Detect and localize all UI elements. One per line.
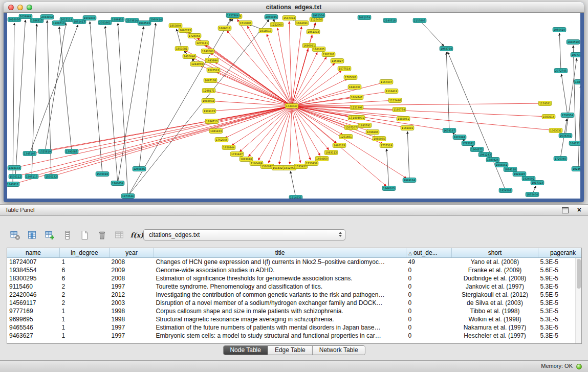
network-node[interactable]: 2140518 [383, 18, 397, 23]
network-node[interactable]: 1505132 [45, 174, 58, 179]
network-node[interactable]: 1298171 [202, 89, 215, 93]
network-node[interactable]: 2103814 [125, 18, 139, 23]
table-row[interactable]: 946362711997Embryonic stem cells: a mode… [7, 332, 582, 340]
network-node[interactable]: 1604747 [350, 95, 363, 100]
network-node[interactable]: 2050410 [553, 28, 566, 32]
network-node[interactable]: 1924501 [499, 188, 512, 193]
network-node[interactable]: 1505112 [9, 174, 22, 179]
network-node[interactable]: 1905113 [25, 174, 38, 179]
network-view[interactable]: 1853804166021217260581275141114208014439… [7, 13, 580, 199]
network-node[interactable]: 1381201 [322, 52, 335, 57]
network-node[interactable]: 1961304 [312, 13, 325, 18]
network-node[interactable]: 1577514 [338, 67, 351, 71]
column-header-year[interactable]: year [110, 248, 154, 258]
column-header-name[interactable]: name [7, 248, 60, 258]
column-header-title[interactable]: title [154, 248, 406, 258]
network-node[interactable]: 1730554 [561, 113, 574, 118]
column-header-out_degree[interactable]: △out_de... [406, 248, 452, 258]
network-node[interactable]: 1345103 [23, 151, 36, 156]
network-node[interactable]: 1880426 [486, 158, 499, 162]
network-node[interactable]: 2081074 [358, 15, 371, 20]
table-row[interactable]: 1830029562008Estimation of significance … [7, 274, 582, 282]
close-window-button[interactable] [8, 5, 14, 10]
network-node[interactable]: 1922445 [513, 172, 526, 177]
network-node[interactable]: 1618013 [259, 29, 272, 33]
network-node[interactable]: 1485951 [397, 117, 410, 121]
network-node[interactable]: 1853804 [169, 24, 182, 28]
network-node[interactable]: 1966103 [382, 186, 396, 191]
network-node[interactable]: 2072745 [554, 69, 568, 73]
float-panel-icon[interactable] [562, 207, 569, 213]
tab-node-table[interactable]: Node Table [223, 346, 268, 355]
network-node[interactable]: 1253439 [305, 161, 318, 166]
network-node[interactable]: 1666013 [218, 26, 231, 31]
network-node[interactable]: 1486133 [333, 143, 346, 148]
network-node[interactable]: 1895791 [358, 123, 372, 128]
network-node[interactable]: 1762544 [215, 138, 228, 142]
network-node[interactable]: 1275141 [195, 41, 209, 46]
network-node[interactable]: 1115446 [388, 98, 402, 103]
close-panel-icon[interactable]: × [577, 206, 581, 214]
table-row[interactable]: 977716911998Corpus callosum shape and si… [7, 307, 582, 315]
network-node[interactable]: 1266836 [133, 167, 146, 171]
network-node[interactable]: 1343811 [7, 182, 19, 187]
network-node[interactable]: 1679197 [443, 128, 456, 133]
network-node[interactable]: 1142080 [201, 49, 214, 54]
network-node[interactable]: 1083914 [542, 115, 555, 119]
network-node[interactable]: 1835404 [526, 192, 539, 197]
network-node[interactable]: 1244059 [190, 62, 204, 67]
network-node[interactable]: 2153805 [413, 18, 426, 23]
network-node[interactable]: 2066945 [265, 15, 278, 19]
import-table-button[interactable] [113, 229, 126, 242]
network-node[interactable]: 1857304 [226, 13, 239, 18]
network-node[interactable]: 1917323 [531, 181, 544, 185]
network-node[interactable]: 1785083 [344, 75, 357, 80]
network-node[interactable]: 1904375 [470, 147, 484, 152]
narrow-table-button[interactable] [60, 229, 74, 242]
table-row[interactable]: 1872400712008Changes of HCN gene express… [7, 258, 582, 267]
vertical-scrollbar[interactable] [575, 258, 581, 343]
network-node[interactable]: 1650344 [222, 145, 235, 150]
network-node[interactable]: 1443994 [205, 58, 219, 63]
network-node[interactable]: 1641211 [569, 141, 580, 146]
network-node[interactable]: 2026964 [19, 14, 32, 19]
network-node[interactable]: 1096993 [366, 130, 379, 135]
network-node[interactable]: 1968794 [440, 47, 453, 51]
table-row[interactable]: 2242004622012Investigating the contribut… [7, 291, 582, 299]
table-source-dropdown[interactable]: citations_edges.txt [143, 229, 345, 240]
network-node[interactable]: 1494901 [352, 116, 365, 120]
network-node[interactable]: 1222060 [270, 23, 284, 27]
network-node[interactable]: 2051661 [98, 20, 112, 25]
network-node[interactable]: 1260654 [111, 181, 124, 186]
network-node[interactable]: 1063031 [549, 128, 562, 133]
network-node[interactable]: 1886213 [574, 80, 580, 84]
network-node[interactable]: 1961393 [307, 30, 320, 34]
network-node[interactable]: 1085935 [373, 137, 386, 141]
window-titlebar[interactable]: citations_edges.txt [4, 2, 584, 13]
network-node[interactable]: 2060414 [149, 17, 163, 22]
network-node[interactable]: 1664091 [295, 21, 309, 26]
network-node[interactable]: 1309172 [203, 109, 216, 114]
column-header-short[interactable]: short [452, 248, 538, 258]
network-node[interactable]: 1941243 [478, 152, 492, 157]
table-row[interactable]: 911546021997Tourette syndrome. Phenomeno… [7, 282, 582, 291]
zoom-window-button[interactable] [27, 5, 32, 10]
table-row[interactable]: 969969511998Structural magnetic resonanc… [7, 315, 582, 323]
network-node[interactable]: 1821862 [453, 135, 466, 140]
network-node[interactable]: 1251481 [339, 135, 353, 139]
network-node[interactable]: 1083002 [202, 99, 215, 103]
network-node[interactable]: 1660212 [179, 28, 192, 33]
network-node[interactable]: 2012114 [60, 17, 73, 22]
network-node[interactable]: 1731447 [230, 152, 244, 157]
network-node[interactable]: 1724047 [285, 104, 298, 108]
network-node[interactable]: 1924511 [572, 167, 580, 171]
delete-button[interactable] [95, 229, 109, 242]
network-node[interactable]: 1785091 [462, 141, 475, 146]
network-node[interactable]: 1227512 [207, 68, 220, 73]
network-node[interactable]: 1221398 [350, 105, 363, 110]
network-node[interactable]: 1391087 [65, 149, 78, 154]
network-node[interactable]: 1634302 [559, 134, 572, 138]
network-node[interactable]: 1914535 [289, 195, 302, 199]
network-node[interactable]: 1067138 [204, 78, 217, 83]
network-node[interactable]: 2043902 [40, 15, 54, 19]
